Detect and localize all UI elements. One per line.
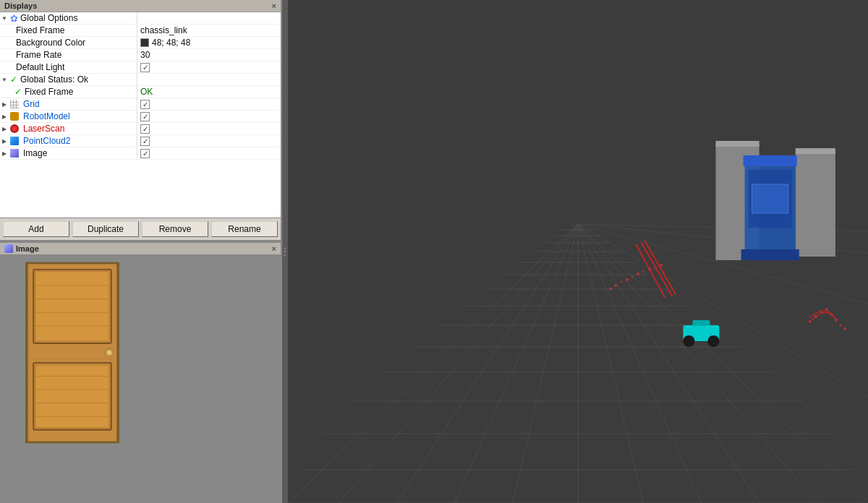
duplicate-button[interactable]: Duplicate (72, 221, 139, 237)
global-status-fixed-frame-value: OK (140, 87, 158, 97)
robot-model-label: RobotModel (22, 111, 137, 121)
svg-rect-59 (796, 148, 835, 154)
tree-view[interactable]: ✿ Global Options Fixed Frame chassis_lin… (0, 12, 281, 218)
global-status-fixed-frame-row[interactable]: ✓ Fixed Frame OK (0, 86, 281, 98)
svg-point-74 (621, 281, 623, 283)
grid-icon (9, 98, 20, 110)
tree-empty-space (0, 160, 281, 218)
svg-point-84 (820, 311, 822, 314)
global-status-checkmark: ✓ (9, 74, 19, 85)
global-options-check: ✿ (9, 13, 19, 23)
frame-rate-row[interactable]: Frame Rate 30 (0, 49, 281, 61)
svg-rect-58 (796, 152, 835, 257)
grid-checkbox[interactable]: ✓ (140, 100, 150, 109)
svg-point-78 (642, 271, 644, 273)
svg-point-88 (839, 324, 841, 327)
default-light-row[interactable]: Default Light ✓ (0, 61, 281, 74)
svg-point-87 (835, 319, 838, 322)
image-panel-close-icon[interactable]: × (272, 244, 276, 253)
3d-viewport[interactable] (288, 0, 868, 503)
laser-scan-label: LaserScan (22, 124, 137, 134)
laser-scan-checkbox[interactable]: ✓ (140, 124, 150, 134)
left-panel: Displays × ✿ Global Options (0, 0, 282, 503)
svg-point-24 (107, 351, 111, 355)
background-color-label: Background Color (14, 38, 137, 48)
robot-model-icon (9, 111, 20, 122)
svg-point-67 (707, 335, 719, 347)
add-button[interactable]: Add (3, 221, 69, 237)
svg-point-82 (809, 320, 812, 323)
svg-rect-18 (36, 366, 109, 427)
svg-point-81 (660, 264, 663, 267)
svg-rect-57 (715, 141, 759, 147)
svg-point-80 (655, 267, 657, 269)
svg-point-79 (648, 268, 651, 271)
rename-button[interactable]: Rename (211, 221, 278, 237)
image-content (0, 255, 281, 503)
grid-label: Grid (22, 99, 137, 109)
image-panel-title: Image × (0, 243, 281, 255)
robot-model-arrow (0, 112, 9, 121)
displays-panel: Displays × ✿ Global Options (0, 0, 281, 243)
displays-close-icon[interactable]: × (272, 1, 276, 10)
default-light-checkbox[interactable]: ✓ (140, 63, 150, 72)
global-status-row[interactable]: ✓ Global Status: Ok (0, 74, 281, 86)
fixed-frame-value: chassis_link (140, 25, 193, 35)
point-cloud2-label: PointCloud2 (22, 136, 137, 146)
global-status-fixed-frame-label: Fixed Frame (23, 87, 137, 97)
resize-handle[interactable] (282, 0, 288, 503)
fixed-frame-row[interactable]: Fixed Frame chassis_link (0, 25, 281, 37)
image-panel-label: Image (16, 244, 39, 253)
image-arrow (0, 149, 9, 158)
door-image (7, 259, 137, 447)
grid-row[interactable]: Grid ✓ (0, 98, 281, 111)
default-light-label: Default Light (14, 62, 137, 72)
svg-point-89 (843, 327, 846, 330)
svg-rect-64 (744, 155, 797, 166)
grid-canvas (288, 0, 868, 503)
point-cloud2-row[interactable]: PointCloud2 ✓ (0, 135, 281, 147)
svg-point-76 (631, 276, 634, 278)
global-status-arrow (0, 75, 9, 84)
svg-point-72 (609, 288, 612, 291)
robot-model-checkbox[interactable]: ✓ (140, 112, 150, 121)
svg-rect-68 (692, 320, 710, 326)
image-checkbox[interactable]: ✓ (140, 149, 150, 158)
svg-rect-62 (752, 184, 788, 213)
fixed-frame-label: Fixed Frame (14, 25, 137, 35)
image-panel-icon (4, 244, 13, 253)
svg-point-83 (814, 315, 817, 318)
frame-rate-value: 30 (140, 50, 156, 60)
image-label: Image (22, 148, 137, 158)
robot-model-row[interactable]: RobotModel ✓ (0, 111, 281, 123)
image-row[interactable]: Image ✓ (0, 147, 281, 160)
fixed-frame-ok-check: ✓ (14, 87, 23, 97)
displays-panel-title: Displays × (0, 0, 281, 12)
frame-rate-label: Frame Rate (14, 50, 137, 60)
laser-scan-row[interactable]: LaserScan ✓ (0, 123, 281, 135)
global-status-label: Global Status: Ok (19, 74, 137, 85)
image-panel: Image × (0, 243, 281, 503)
background-color-row[interactable]: Background Color 48; 48; 48 (0, 37, 281, 49)
background-color-swatch (140, 38, 149, 47)
svg-rect-63 (741, 249, 799, 260)
laser-scan-arrow (0, 124, 9, 133)
svg-point-66 (683, 335, 694, 347)
svg-point-73 (614, 284, 617, 287)
image-icon (9, 147, 20, 159)
svg-point-86 (830, 314, 833, 316)
svg-point-85 (825, 308, 828, 311)
point-cloud2-checkbox[interactable]: ✓ (140, 137, 150, 146)
global-options-row[interactable]: ✿ Global Options (0, 12, 281, 25)
svg-point-77 (637, 272, 639, 275)
laser-scan-icon (9, 123, 20, 134)
displays-title-label: Displays (4, 1, 37, 10)
svg-rect-12 (36, 272, 109, 341)
point-cloud2-arrow (0, 137, 9, 145)
background-color-value: 48; 48; 48 (140, 38, 196, 48)
buttons-panel: Add Duplicate Remove Rename (0, 218, 281, 241)
point-cloud2-icon (9, 135, 20, 147)
global-options-arrow (0, 14, 9, 22)
grid-arrow (0, 100, 9, 108)
remove-button[interactable]: Remove (142, 221, 208, 237)
